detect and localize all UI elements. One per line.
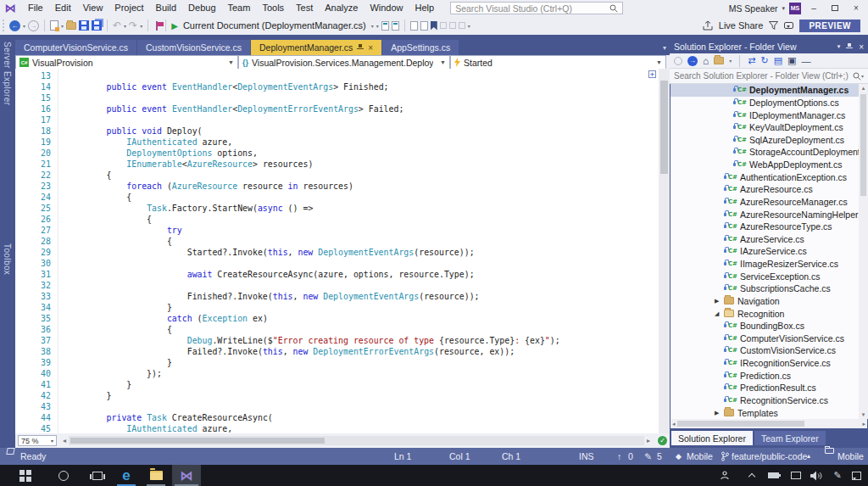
tree-item-AzureResource.cs[interactable]: C#AzureResource.cs [670, 183, 867, 196]
toolbar-options-dropdown-icon[interactable]: ▾ [468, 23, 470, 29]
background-tasks-icon[interactable] [6, 448, 14, 455]
tree-item-RecognitionService.cs[interactable]: C#RecognitionService.cs [670, 394, 867, 407]
tree-item-AuthenticationException.cs[interactable]: C#AuthenticationException.cs [670, 170, 867, 183]
pen-tray-button[interactable]: ✎ [829, 465, 846, 486]
save-icon[interactable] [79, 20, 89, 31]
menu-view[interactable]: View [77, 0, 109, 16]
project-diamond-icon[interactable]: ◆ [676, 448, 682, 465]
scroll-right-icon[interactable]: ▸ [644, 437, 653, 444]
toolbar-overflow-icon[interactable]: ▾ [376, 23, 379, 29]
tree-item-DeploymentOptions.cs[interactable]: C#DeploymentOptions.cs [670, 97, 867, 109]
zoom-selector[interactable]: 75 % ▾ [18, 435, 57, 446]
open-file-icon[interactable] [66, 22, 76, 30]
scrollbar-thumb[interactable] [860, 94, 866, 196]
expander-collapsed-icon[interactable]: ▶ [715, 410, 724, 416]
tab-solution-explorer[interactable]: Solution Explorer [671, 431, 753, 445]
comment-icon[interactable] [420, 21, 428, 31]
scroll-left-icon[interactable]: ◂ [672, 421, 676, 427]
tab-DeploymentManager.cs[interactable]: DeploymentManager.cs× [251, 40, 381, 55]
document-health-indicator[interactable]: ✓ [658, 436, 667, 445]
scrollbar-thumb[interactable] [660, 81, 668, 174]
tree-horizontal-scrollbar[interactable]: ◂▸ [670, 419, 867, 428]
restore-button[interactable] [826, 0, 843, 16]
tree-item-PredictionResult.cs[interactable]: C#PredictionResult.cs [670, 382, 867, 394]
back-icon[interactable] [674, 57, 682, 65]
code-editor[interactable]: 1314151617181920212223242526272829303132… [15, 69, 670, 433]
toolbar-disabled-icon-1[interactable] [440, 22, 447, 29]
signed-in-user[interactable]: MS Speaker [729, 3, 778, 14]
run-target-selector[interactable]: Current Document (DeploymentManager.cs) [183, 20, 366, 31]
current-branch[interactable]: feature/public-code [732, 448, 807, 465]
pin-panel-icon[interactable] [846, 43, 853, 51]
menu-test[interactable]: Test [290, 0, 319, 16]
tab-ComputerVisionService.cs[interactable]: ComputerVisionService.cs [15, 40, 136, 55]
visual-studio-taskbar-button[interactable]: ⋈ [172, 465, 201, 486]
pending-edits-icon[interactable]: ✎ [644, 448, 652, 465]
navigate-forward-icon[interactable]: → [28, 20, 39, 31]
live-share-icon[interactable] [703, 20, 713, 31]
menu-help[interactable]: Help [409, 0, 441, 16]
type-dropdown[interactable]: {} VisualProvision.Services.Management.D… [238, 55, 450, 70]
undo-dropdown-icon[interactable]: ▾ [124, 23, 126, 29]
scroll-down-icon[interactable]: ▾ [859, 411, 868, 418]
outgoing-commits-count[interactable]: 0 [628, 448, 633, 465]
run-target-dropdown-icon[interactable]: ▾ [371, 23, 374, 29]
close-panel-icon[interactable]: × [859, 42, 864, 52]
undo-icon[interactable]: ↶ [113, 20, 121, 31]
filter-dropdown-icon[interactable]: ▾ [729, 58, 732, 64]
redo-icon[interactable]: ↷ [129, 20, 137, 31]
repo-folder-icon[interactable] [825, 448, 834, 454]
tree-item-IAzureService.cs[interactable]: C#IAzureService.cs [670, 245, 867, 258]
battery-tray-button[interactable] [765, 465, 782, 486]
pin-tab-icon[interactable] [357, 44, 364, 52]
tree-item-IImageResizerService.cs[interactable]: C#IImageResizerService.cs [670, 258, 867, 271]
close-tab-icon[interactable]: × [368, 43, 373, 53]
tree-item-AzureResourceManager.cs[interactable]: C#AzureResourceManager.cs [670, 196, 867, 209]
menu-team[interactable]: Team [222, 0, 257, 16]
editor-vertical-scrollbar[interactable] [659, 69, 670, 433]
expander-expanded-icon[interactable]: ◢ [715, 310, 724, 317]
scrollbar-thumb[interactable] [677, 421, 804, 427]
people-tray-button[interactable] [716, 465, 733, 486]
menu-debug[interactable]: Debug [182, 0, 221, 16]
home-icon[interactable]: ⌂ [703, 55, 709, 67]
server-explorer-vertical-tab[interactable]: Server Explorer [3, 42, 12, 105]
step-over-icon[interactable] [392, 21, 399, 31]
menu-edit[interactable]: Edit [49, 0, 77, 16]
branch-caret-icon[interactable]: ▴ [807, 448, 810, 465]
action-center-button[interactable] [848, 465, 865, 486]
menu-tools[interactable]: Tools [256, 0, 290, 16]
tree-item-WebAppDeployment.cs[interactable]: C#WebAppDeployment.cs [670, 159, 867, 171]
start-button[interactable] [13, 465, 38, 486]
notifications-funnel-icon[interactable] [769, 21, 778, 30]
tree-item-AzureResourceNamingHelper.cs[interactable]: C#AzureResourceNamingHelper.cs [670, 208, 867, 221]
tree-item-IDeploymentManager.cs[interactable]: C#IDeploymentManager.cs [670, 109, 867, 121]
solution-search-input[interactable]: Search Solution Explorer - Folder View (… [670, 69, 868, 84]
tree-item-StorageAccountDeployment.cs[interactable]: C#StorageAccountDeployment.cs [670, 146, 867, 159]
navigate-backward-icon[interactable]: ← [9, 20, 20, 31]
tree-item-IRecognitionService.cs[interactable]: C#IRecognitionService.cs [670, 357, 867, 370]
tree-item-ServiceException.cs[interactable]: C#ServiceException.cs [670, 270, 867, 282]
project-dropdown-icon[interactable]: ▼ [225, 59, 237, 65]
scroll-right-icon[interactable]: ▸ [862, 421, 865, 427]
tree-item-Recognition[interactable]: ◢Recognition [670, 307, 867, 320]
new-project-icon[interactable] [50, 20, 58, 31]
bookmark-icon[interactable] [431, 21, 437, 31]
toolbar-disabled-icon-2[interactable] [449, 22, 456, 29]
tree-item-ComputerVisionService.cs[interactable]: C#ComputerVisionService.cs [670, 332, 867, 345]
volume-tray-button[interactable] [807, 465, 826, 486]
tree-vertical-scrollbar[interactable]: ▴ ▾ [859, 84, 868, 419]
network-tray-button[interactable] [787, 465, 804, 486]
editor-horizontal-scrollbar[interactable] [69, 436, 644, 445]
toolbar-disabled-icon-3[interactable] [459, 22, 465, 29]
project-dropdown[interactable]: C# VisualProvision ▼ [15, 55, 238, 70]
document-list-dropdown-icon[interactable]: ▾ [663, 44, 670, 52]
tree-item-Templates[interactable]: ▶Templates [670, 406, 867, 419]
collapse-all-icon[interactable]: ▤ [774, 55, 782, 66]
step-into-icon[interactable] [381, 21, 389, 31]
edge-taskbar-button[interactable]: e [114, 465, 139, 486]
git-branch-icon[interactable] [721, 451, 729, 461]
toolbar-grip[interactable] [3, 20, 5, 31]
menu-project[interactable]: Project [108, 0, 149, 16]
outline-expand-icon[interactable]: + [648, 70, 656, 78]
